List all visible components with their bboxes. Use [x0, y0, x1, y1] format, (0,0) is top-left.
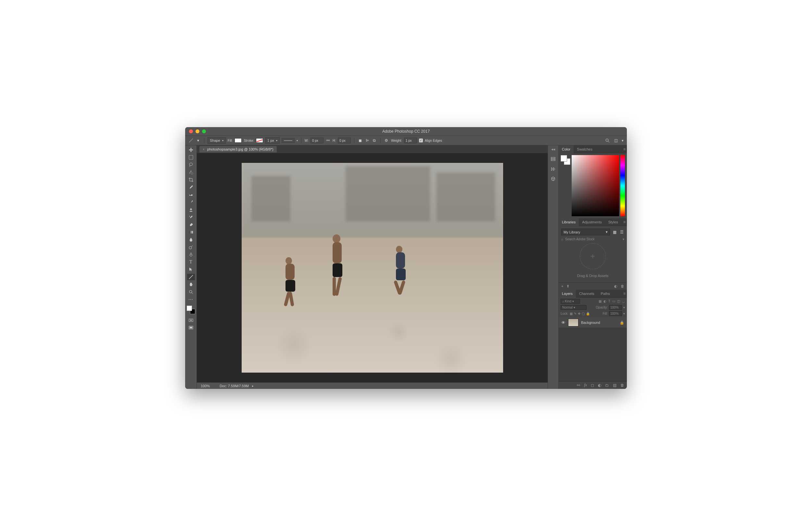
move-tool[interactable]: [187, 147, 195, 153]
adjustment-layer-icon[interactable]: ◐: [598, 383, 601, 387]
add-content-icon[interactable]: +: [561, 284, 563, 289]
zoom-window[interactable]: [202, 129, 206, 133]
dodge-tool[interactable]: [187, 244, 195, 250]
lock-transparency-icon[interactable]: ▦: [570, 312, 573, 316]
chevron-down-icon[interactable]: ▾: [296, 139, 298, 142]
tab-layers[interactable]: Layers: [559, 290, 576, 298]
library-search[interactable]: ⌕ Search Adobe Stock ▾: [561, 237, 624, 241]
lasso-tool[interactable]: [187, 162, 195, 168]
layer-style-icon[interactable]: fx: [584, 383, 587, 387]
blend-mode-select[interactable]: Normal ▾: [560, 305, 587, 310]
height-input[interactable]: [338, 138, 351, 143]
brush-tool[interactable]: [187, 199, 195, 206]
search-icon[interactable]: [605, 138, 610, 143]
width-input[interactable]: [311, 138, 323, 143]
lock-icon[interactable]: 🔒: [620, 321, 624, 325]
panel-menu-icon[interactable]: ≡: [623, 147, 626, 152]
eyedropper-tool[interactable]: [187, 184, 195, 191]
panel-menu-icon[interactable]: ≡: [623, 291, 626, 296]
close-tab-icon[interactable]: ×: [203, 147, 205, 151]
tab-swatches[interactable]: Swatches: [574, 145, 596, 153]
canvas[interactable]: [197, 153, 548, 382]
fill-opacity-input[interactable]: [609, 311, 622, 316]
library-select[interactable]: My Library ▾: [561, 228, 610, 236]
tab-adjustments[interactable]: Adjustments: [579, 218, 605, 226]
chevron-down-icon[interactable]: ▾: [622, 138, 624, 143]
clone-stamp-tool[interactable]: [187, 207, 195, 213]
foreground-color[interactable]: [187, 306, 192, 311]
type-tool[interactable]: T: [187, 259, 195, 265]
close-window[interactable]: [189, 129, 193, 133]
layer-thumbnail[interactable]: [568, 319, 578, 326]
gradient-tool[interactable]: [187, 229, 195, 236]
layer-name[interactable]: Background: [581, 321, 600, 325]
library-dropzone[interactable]: + Drag & Drop Assets: [561, 241, 624, 280]
path-operations-icon[interactable]: ◼: [357, 138, 363, 143]
history-panel-icon[interactable]: [551, 157, 556, 162]
properties-panel-icon[interactable]: [551, 166, 556, 172]
path-alignment-icon[interactable]: ⊫: [365, 138, 370, 143]
tab-color[interactable]: Color: [559, 145, 574, 153]
weight-input[interactable]: [404, 138, 417, 143]
pen-tool[interactable]: [187, 251, 195, 258]
filter-toggle-icon[interactable]: ◡: [622, 299, 625, 303]
align-edges-checkbox[interactable]: ✓: [419, 138, 423, 142]
line-tool[interactable]: [187, 274, 195, 280]
link-layers-icon[interactable]: ⚯: [577, 383, 580, 387]
link-icon[interactable]: ⚯: [325, 138, 331, 143]
lock-pixels-icon[interactable]: ✎: [574, 312, 577, 316]
zoom-level[interactable]: 100%: [201, 384, 210, 388]
new-layer-icon[interactable]: ▤: [613, 383, 616, 387]
opacity-input[interactable]: [609, 305, 622, 310]
3d-panel-icon[interactable]: [551, 176, 556, 182]
upload-icon[interactable]: ⬆: [567, 284, 569, 289]
hand-tool[interactable]: [187, 281, 195, 288]
layer-filter-kind[interactable]: ⌕Kind ▾: [560, 299, 580, 304]
chevron-right-icon[interactable]: ▸: [252, 384, 254, 387]
panel-menu-icon[interactable]: ≡: [623, 220, 626, 224]
chevron-down-icon[interactable]: ▾: [623, 312, 625, 316]
edit-toolbar[interactable]: ⋯: [187, 296, 195, 303]
tool-mode-select[interactable]: Shape ▾: [207, 137, 226, 144]
hue-slider[interactable]: [620, 155, 625, 216]
filter-type-icon[interactable]: T: [608, 299, 610, 303]
tab-libraries[interactable]: Libraries: [559, 218, 579, 226]
grid-view-icon[interactable]: ▦: [612, 229, 617, 235]
trash-icon[interactable]: 🗑: [621, 284, 624, 289]
collapse-icon[interactable]: ◀◀: [551, 148, 555, 151]
document-tab[interactable]: × photoshopsample3.jpg @ 100% (RGB/8*): [199, 146, 277, 153]
stroke-swatch[interactable]: [256, 138, 263, 143]
filter-smartobject-icon[interactable]: ◫: [617, 299, 620, 303]
filter-adjustment-icon[interactable]: ◐: [604, 299, 606, 303]
tab-paths[interactable]: Paths: [598, 290, 613, 298]
filter-pixel-icon[interactable]: ▦: [599, 299, 602, 303]
crop-tool[interactable]: [187, 176, 195, 183]
tab-styles[interactable]: Styles: [605, 218, 621, 226]
color-fgbg[interactable]: [560, 155, 570, 216]
screen-mode-tool[interactable]: [187, 325, 195, 331]
visibility-icon[interactable]: 👁: [561, 320, 566, 325]
blur-tool[interactable]: [187, 236, 195, 243]
delete-layer-icon[interactable]: 🗑: [620, 383, 624, 387]
quick-mask-tool[interactable]: [187, 317, 195, 324]
fill-swatch[interactable]: [234, 138, 242, 143]
document-info[interactable]: Doc: 7.59M/7.59M: [220, 384, 249, 388]
color-picker-field[interactable]: [572, 155, 619, 216]
lock-all-icon[interactable]: 🔒: [586, 312, 590, 316]
stroke-width-select[interactable]: 1 px ▾: [265, 137, 280, 144]
workspace-icon[interactable]: ◫: [613, 138, 618, 143]
eraser-tool[interactable]: [187, 221, 195, 228]
cc-sync-icon[interactable]: ◐: [614, 284, 617, 289]
chevron-down-icon[interactable]: ▾: [623, 306, 625, 309]
layer-mask-icon[interactable]: ◻: [591, 383, 594, 387]
filter-shape-icon[interactable]: ▭: [612, 299, 615, 303]
tab-channels[interactable]: Channels: [576, 290, 597, 298]
gear-icon[interactable]: ⚙: [384, 138, 389, 143]
history-brush-tool[interactable]: [187, 214, 195, 220]
path-selection-tool[interactable]: [187, 266, 195, 273]
lock-artboard-icon[interactable]: ▢: [582, 312, 585, 316]
layer-row[interactable]: 👁 Background 🔒: [559, 317, 627, 328]
stroke-style-select[interactable]: [282, 138, 295, 143]
lock-position-icon[interactable]: ✥: [578, 312, 580, 316]
foreground-background-colors[interactable]: [187, 306, 195, 314]
